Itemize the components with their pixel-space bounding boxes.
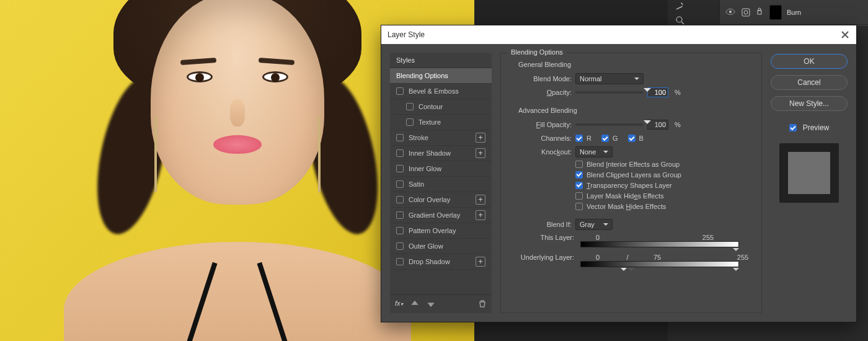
checkbox[interactable] (406, 103, 414, 110)
dialog-buttons: OK Cancel New Style... Preview (771, 53, 848, 313)
svg-point-1 (729, 11, 732, 13)
underlying-high: 255 (730, 254, 755, 261)
svg-rect-2 (742, 9, 750, 16)
knockout-select[interactable]: None (575, 146, 613, 157)
fill-opacity-slider[interactable] (575, 123, 644, 126)
preview-checkbox[interactable] (789, 124, 797, 131)
style-item-satin[interactable]: Satin (390, 177, 492, 192)
gradient-handle-icon[interactable] (580, 268, 587, 274)
ok-button[interactable]: OK (771, 54, 848, 69)
checkbox[interactable] (406, 118, 414, 126)
blend-if-select[interactable]: Gray (575, 219, 613, 230)
fill-opacity-label: Fill Opacity: (507, 121, 572, 128)
styles-list-column: Styles Blending Options Bevel & Emboss C… (390, 53, 492, 313)
blend-interior-checkbox[interactable] (575, 161, 583, 168)
mini-toolbar (670, 0, 691, 26)
channel-b-checkbox[interactable] (628, 135, 636, 142)
dialog-title: Layer Style (388, 30, 425, 39)
add-instance-icon[interactable]: + (476, 195, 485, 205)
style-item-bevel-emboss[interactable]: Bevel & Emboss (390, 84, 492, 99)
gradient-handle-icon[interactable] (628, 268, 634, 274)
preview-label: Preview (803, 123, 830, 132)
style-item-drop-shadow[interactable]: Drop Shadow + (390, 254, 492, 270)
opacity-label: Opacity: (507, 89, 572, 96)
new-style-button[interactable]: New Style... (771, 96, 848, 111)
general-blending-label: General Blending (518, 61, 755, 68)
transparency-shapes-checkbox[interactable] (575, 182, 583, 189)
trash-icon[interactable] (478, 299, 487, 309)
style-item-pattern-overlay[interactable]: Pattern Overlay (390, 223, 492, 239)
checkbox[interactable] (396, 227, 404, 234)
underlying-low: 0 (585, 254, 610, 261)
checkbox[interactable] (396, 87, 404, 95)
add-instance-icon[interactable]: + (476, 148, 485, 158)
style-item-blending-options[interactable]: Blending Options (390, 68, 492, 84)
close-icon[interactable] (840, 30, 850, 40)
blending-options-panel: Blending Options General Blending Blend … (500, 53, 762, 313)
layer-mask-hides-checkbox[interactable] (575, 192, 583, 200)
layer-filter-icon[interactable] (741, 7, 751, 17)
layers-panel: Burn (719, 0, 868, 26)
checkbox[interactable] (396, 180, 404, 188)
fx-menu-icon[interactable]: fx▾ (395, 299, 403, 309)
visibility-eye-icon[interactable] (725, 8, 736, 17)
svg-point-0 (676, 17, 682, 22)
checkbox[interactable] (396, 134, 404, 141)
style-item-stroke[interactable]: Stroke + (390, 130, 492, 146)
portrait-photo (95, 0, 380, 341)
svg-point-3 (744, 11, 748, 14)
add-instance-icon[interactable]: + (476, 210, 485, 220)
styles-list: Blending Options Bevel & Emboss Contour … (390, 68, 492, 294)
underlying-mid: 75 (645, 254, 670, 261)
blend-mode-select[interactable]: Normal (575, 73, 644, 84)
gradient-handle-icon[interactable] (733, 248, 739, 254)
style-item-contour[interactable]: Contour (390, 99, 492, 115)
healing-brush-tool-icon[interactable] (673, 0, 688, 11)
add-instance-icon[interactable]: + (476, 257, 485, 267)
style-item-inner-glow[interactable]: Inner Glow (390, 161, 492, 177)
gradient-handle-icon[interactable] (580, 248, 587, 254)
blend-clipped-checkbox[interactable] (575, 171, 583, 179)
style-item-gradient-overlay[interactable]: Gradient Overlay + (390, 208, 492, 223)
advanced-blending-label: Advanced Blending (518, 107, 755, 114)
style-item-color-overlay[interactable]: Color Overlay + (390, 192, 492, 208)
layer-thumbnail[interactable] (769, 5, 782, 20)
checkbox[interactable] (396, 211, 404, 219)
styles-list-header: Styles (390, 53, 492, 68)
section-title: Blending Options (507, 48, 567, 56)
styles-list-footer: fx▾ (390, 294, 492, 313)
checkbox[interactable] (396, 242, 404, 250)
checkbox[interactable] (396, 165, 404, 172)
vector-mask-hides-checkbox[interactable] (575, 203, 583, 210)
gradient-handle-icon[interactable] (733, 268, 739, 274)
this-layer-low: 0 (585, 234, 610, 241)
layer-style-dialog: Layer Style Styles Blending Options Beve… (381, 25, 857, 322)
knockout-label: Knockout: (507, 148, 572, 156)
checkbox[interactable] (396, 149, 404, 157)
layer-name[interactable]: Burn (787, 9, 801, 16)
blend-mode-label: Blend Mode: (507, 75, 572, 82)
style-item-outer-glow[interactable]: Outer Glow (390, 239, 492, 254)
layer-link-icon[interactable] (756, 7, 764, 18)
blend-if-label: Blend If: (507, 221, 572, 228)
channel-r-checkbox[interactable] (575, 135, 583, 142)
cancel-button[interactable]: Cancel (771, 75, 848, 90)
gradient-handle-icon[interactable] (621, 268, 627, 274)
checkbox[interactable] (396, 258, 404, 265)
style-item-texture[interactable]: Texture (390, 115, 492, 130)
preview-swatch (779, 143, 839, 203)
move-down-icon[interactable] (427, 299, 435, 309)
opacity-slider[interactable] (575, 91, 644, 94)
dialog-titlebar[interactable]: Layer Style (381, 25, 856, 44)
add-instance-icon[interactable]: + (476, 133, 485, 143)
move-up-icon[interactable] (410, 299, 419, 309)
underlying-layer-label: Underlying Layer: (507, 254, 574, 261)
channels-label: Channels: (507, 135, 572, 142)
this-layer-high: 255 (696, 234, 720, 241)
channel-g-checkbox[interactable] (601, 135, 609, 142)
checkbox[interactable] (396, 196, 404, 203)
style-item-inner-shadow[interactable]: Inner Shadow + (390, 146, 492, 161)
this-layer-gradient[interactable] (580, 241, 739, 247)
layer-row[interactable]: Burn (720, 0, 868, 25)
underlying-layer-gradient[interactable] (580, 261, 739, 267)
